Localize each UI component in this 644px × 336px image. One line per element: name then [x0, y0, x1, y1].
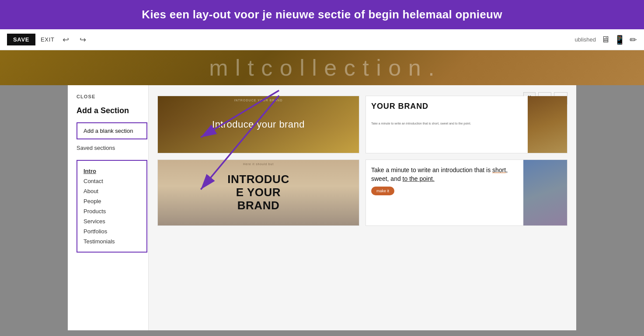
add-section-modal: CLOSE Add a Section Add a blank section …	[68, 85, 576, 330]
exit-button[interactable]: EXIT	[41, 36, 55, 43]
add-blank-section-button[interactable]: Add a blank section	[77, 122, 147, 139]
toolbar: SAVE EXIT ↩ ↪ ublished 🖥 📱 ✏	[0, 29, 644, 50]
thumb1-small-text: INTRODUCE YOUR BRAND	[158, 99, 359, 102]
toolbar-right: 🖥 📱 ✏	[601, 35, 637, 45]
thumb2-desc: Take a minute to write an introduction t…	[371, 121, 522, 126]
thumb4-image	[523, 160, 567, 225]
thumb1-preview: INTRODUCE YOUR BRAND Introduce your bran…	[158, 96, 359, 153]
thumb2-preview: YOUR BRAND Take a minute to write an int…	[366, 96, 567, 153]
close-label[interactable]: CLOSE	[77, 94, 148, 99]
sidebar: CLOSE Add a Section Add a blank section …	[68, 85, 149, 330]
template-thumb-4[interactable]: Take a minute to write an introduction t…	[366, 159, 567, 226]
add-section-title: Add a Section	[77, 106, 148, 115]
banner-text: Kies een lay-out voor je nieuwe sectie o…	[142, 8, 502, 21]
category-products[interactable]: Products	[84, 206, 140, 216]
main-content: ⠿ ⊞ ▭ INTRODUCE YOUR BRAND Introduce you…	[149, 85, 576, 330]
section-categories: Intro Contact About People Products Serv…	[77, 160, 147, 253]
thumb2-title: YOUR BRAND	[371, 102, 522, 111]
mobile-icon[interactable]: 📱	[614, 35, 625, 45]
category-testimonials[interactable]: Testimonials	[84, 236, 140, 246]
thumb4-preview: Take a minute to write an introduction t…	[366, 160, 567, 225]
category-contact[interactable]: Contact	[84, 176, 140, 186]
category-intro[interactable]: Intro	[84, 166, 140, 176]
template-thumb-1[interactable]: INTRODUCE YOUR BRAND Introduce your bran…	[157, 96, 359, 153]
page-background: m l t c o l l e c t i o n .	[0, 50, 644, 85]
category-people[interactable]: People	[84, 196, 140, 206]
thumb3-preview: Here it should but INTRODUCE YOURBRAND	[158, 160, 359, 225]
desktop-icon[interactable]: 🖥	[601, 35, 610, 45]
edit-icon[interactable]: ✏	[630, 35, 637, 45]
category-portfolios[interactable]: Portfolios	[84, 226, 140, 236]
template-thumb-2[interactable]: YOUR BRAND Take a minute to write an int…	[366, 96, 567, 153]
banner: Kies een lay-out voor je nieuwe sectie o…	[0, 0, 644, 29]
saved-sections-link[interactable]: Saved sections	[77, 145, 148, 151]
redo-button[interactable]: ↪	[77, 33, 89, 46]
category-about[interactable]: About	[84, 186, 140, 196]
thumb3-small-text: Here it should but	[158, 163, 359, 166]
thumb4-headline: Take a minute to write an introduction t…	[371, 166, 518, 183]
category-services[interactable]: Services	[84, 216, 140, 226]
thumb4-cta-button[interactable]: make it	[371, 187, 394, 195]
template-thumb-3[interactable]: Here it should but INTRODUCE YOURBRAND	[157, 159, 359, 226]
publish-status: ublished	[575, 36, 596, 43]
undo-button[interactable]: ↩	[60, 33, 72, 46]
thumbnails-grid: INTRODUCE YOUR BRAND Introduce your bran…	[157, 96, 567, 226]
page-bg-text: m l t c o l l e c t i o n .	[209, 55, 435, 81]
thumb1-headline: Introduce your brand	[212, 119, 305, 130]
thumb3-headline: INTRODUCE YOURBRAND	[227, 173, 289, 212]
save-button[interactable]: SAVE	[7, 34, 35, 45]
